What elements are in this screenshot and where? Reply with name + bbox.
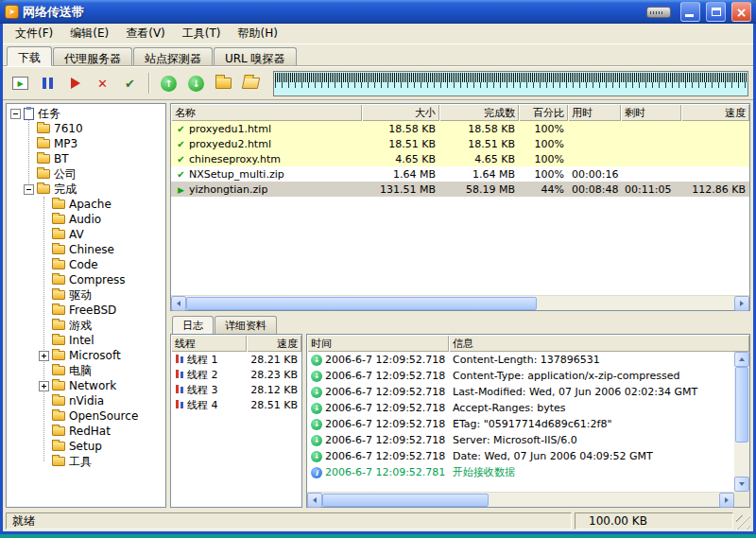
tree-item[interactable]: Chinese [9, 242, 163, 257]
tree-item[interactable]: Compress [9, 272, 163, 287]
browse-folder-button[interactable] [238, 71, 264, 95]
maximize-button[interactable] [706, 2, 726, 22]
scrollbar-track[interactable] [186, 296, 734, 310]
scrollbar-thumb[interactable] [186, 297, 537, 310]
column-header-thread[interactable]: 线程 [171, 335, 247, 352]
scroll-left-button[interactable] [171, 296, 186, 311]
stop-button[interactable] [62, 71, 88, 95]
titlebar[interactable]: 网络传送带 × [0, 0, 756, 24]
close-button[interactable]: × [731, 2, 751, 22]
scrollbar-thumb[interactable] [322, 494, 489, 507]
tree-item[interactable]: 工具 [9, 454, 163, 469]
column-header-elapsed[interactable]: 用时 [568, 104, 621, 121]
tree-item[interactable]: 公司 [9, 166, 163, 182]
tree-item[interactable]: Code [9, 257, 163, 272]
scrollbar-track[interactable] [322, 493, 719, 507]
tree-expander-icon[interactable] [24, 184, 34, 195]
scroll-down-button[interactable] [734, 477, 749, 492]
log-message-row[interactable]: 2006-6-7 12:09:52.718 Accept-Ranges: byt… [307, 400, 734, 416]
log-time: 2006-6-7 12:09:52.718 [325, 354, 445, 366]
download-row[interactable]: yizhongtian.zip 131.51 MB 58.19 MB 44% 0… [171, 182, 749, 197]
tree-item[interactable]: FreeBSD [9, 303, 163, 318]
resize-grip[interactable] [736, 515, 750, 529]
tree-item[interactable]: RedHat [9, 424, 163, 439]
download-row[interactable]: NXSetup_multi.zip 1.64 MB 1.64 MB 100% 0… [171, 166, 749, 182]
log-message-row[interactable]: 2006-6-7 12:09:52.718 Content-Length: 13… [307, 352, 734, 368]
tree-item[interactable]: Network [9, 378, 163, 393]
tree-item[interactable]: 完成 [9, 182, 163, 197]
new-task-button[interactable] [8, 71, 33, 95]
scroll-left-button[interactable] [307, 493, 322, 508]
minimize-button[interactable] [680, 2, 700, 22]
download-row[interactable]: proxyedu1.html 18.58 KB 18.58 KB 100% [171, 121, 749, 136]
tree-item[interactable]: 驱动 [9, 287, 163, 303]
column-header-time[interactable]: 时间 [307, 335, 449, 352]
tree-item[interactable]: Audio [9, 212, 163, 227]
column-header-size[interactable]: 大小 [362, 104, 439, 121]
verify-button[interactable] [117, 71, 143, 95]
pause-icon [43, 78, 53, 89]
thread-row[interactable]: 线程 3 28.12 KB [171, 382, 301, 397]
tab-proxy-server[interactable]: 代理服务器 [53, 47, 132, 65]
tree-item[interactable]: BT [9, 151, 163, 166]
tree-item[interactable]: Microsoft [9, 348, 163, 363]
column-header-thread-speed[interactable]: 速度 [247, 335, 301, 352]
menu-item[interactable]: 帮助(H) [230, 24, 286, 43]
scroll-up-button[interactable] [734, 352, 749, 367]
log-vertical-scrollbar[interactable] [734, 352, 749, 492]
tab-download[interactable]: 下载 [7, 46, 52, 66]
pause-button[interactable] [35, 71, 60, 95]
scroll-right-button[interactable] [719, 493, 734, 508]
download-row[interactable]: proxyedu2.html 18.51 KB 18.51 KB 100% [171, 136, 749, 151]
tree-item[interactable]: Apache [9, 197, 163, 212]
menu-item[interactable]: 编辑(E) [61, 24, 117, 43]
tree-item[interactable]: 游戏 [9, 318, 163, 333]
thread-row[interactable]: 线程 4 28.51 KB [171, 397, 301, 412]
arrow-up-icon [739, 357, 745, 361]
log-message-row[interactable]: 2006-6-7 12:09:52.718 ETag: "05917714d68… [307, 416, 734, 432]
log-message-row[interactable]: 2006-6-7 12:09:52.718 Server: Microsoft-… [307, 432, 734, 448]
scrollbar-thumb[interactable] [735, 367, 748, 443]
tree-expander-icon[interactable] [39, 381, 49, 391]
tree-item[interactable]: Setup [9, 439, 163, 454]
log-message-row[interactable]: 2006-6-7 12:09:52.718 Last-Modified: Wed… [307, 384, 734, 400]
download-row[interactable]: chineseproxy.htm 4.65 KB 4.65 KB 100% [171, 151, 749, 166]
move-up-button[interactable] [156, 71, 181, 95]
column-header-name[interactable]: 名称 [171, 104, 362, 121]
column-header-completed[interactable]: 完成数 [439, 104, 519, 121]
tree-item[interactable]: 7610 [9, 121, 163, 136]
download-horizontal-scrollbar[interactable] [171, 295, 749, 310]
move-down-button[interactable] [183, 71, 209, 95]
thread-row[interactable]: 线程 2 28.23 KB [171, 367, 301, 382]
thread-row[interactable]: 线程 1 28.21 KB [171, 352, 301, 367]
tree-expander-icon[interactable] [39, 351, 49, 361]
log-message-row[interactable]: 2006-6-7 12:09:52.718 Date: Wed, 07 Jun … [307, 448, 734, 464]
open-folder-button[interactable] [211, 71, 236, 95]
tree-item[interactable]: nVidia [9, 393, 163, 408]
tree-item-label: 工具 [69, 454, 92, 470]
tree-expander-icon[interactable] [10, 109, 21, 119]
tree-item[interactable]: MP3 [9, 136, 163, 151]
scroll-right-button[interactable] [734, 296, 749, 311]
tree-item[interactable]: 电脑 [9, 363, 163, 378]
tree-item[interactable]: Intel [9, 333, 163, 348]
column-header-speed[interactable]: 速度 [681, 104, 749, 121]
menu-item[interactable]: 工具(T) [174, 24, 230, 43]
column-header-percent[interactable]: 百分比 [519, 104, 568, 121]
scrollbar-track[interactable] [734, 367, 749, 477]
menu-item[interactable]: 查看(V) [117, 24, 174, 43]
column-header-info[interactable]: 信息 [449, 335, 749, 352]
tab-details[interactable]: 详细资料 [215, 316, 277, 334]
tab-log[interactable]: 日志 [172, 316, 214, 334]
tree-item[interactable]: 任务 [9, 106, 163, 121]
tree-item[interactable]: OpenSource [9, 408, 163, 424]
log-horizontal-scrollbar[interactable] [307, 492, 734, 507]
log-message-row[interactable]: 2006-6-7 12:09:52.718 Content-Type: appl… [307, 368, 734, 384]
tree-item[interactable]: AV [9, 227, 163, 242]
delete-button[interactable] [90, 71, 115, 95]
column-header-remaining[interactable]: 剩时 [621, 104, 681, 121]
menu-item[interactable]: 文件(F) [7, 24, 61, 43]
log-message-row[interactable]: 2006-6-7 12:09:52.781 开始接收数据 [307, 464, 734, 480]
tab-url-sniffer[interactable]: URL 嗅探器 [214, 47, 297, 65]
tab-site-explorer[interactable]: 站点探测器 [133, 47, 213, 65]
